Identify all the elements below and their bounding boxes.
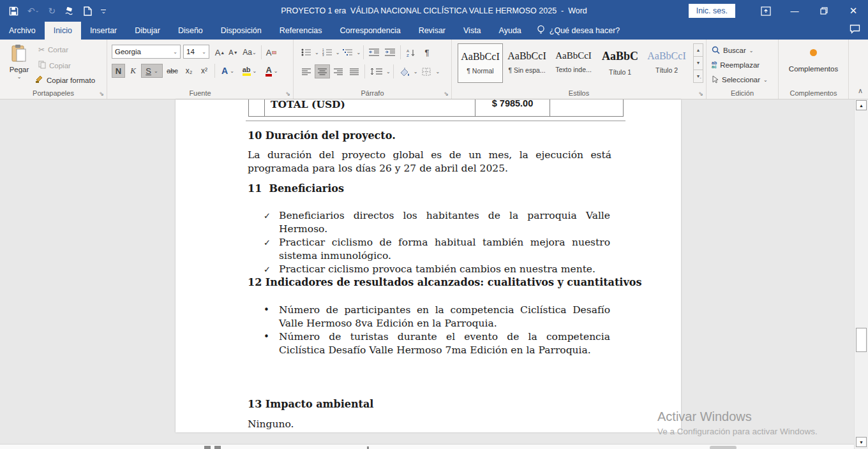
zoom-control[interactable] (710, 446, 737, 449)
style-texto-independiente[interactable]: AaBbCcI Texto inde... (551, 43, 596, 83)
borders-button[interactable] (418, 64, 435, 78)
select-button[interactable]: Seleccionar⌄ (712, 74, 768, 85)
bullets-button[interactable] (299, 45, 314, 59)
document-page[interactable]: TOTAL (USD) $ 7985.00 10 Duración del pr… (176, 99, 681, 432)
styles-gallery-scroll[interactable]: ▲ ▼ ▼̱ (693, 43, 703, 83)
ribbon-display-options-icon[interactable] (760, 0, 772, 22)
find-button[interactable]: Buscar⌄ (712, 45, 754, 56)
underline-button[interactable]: S⌄ (141, 64, 163, 78)
checklist-beneficiarios[interactable]: ✓Beneficiarios directos los habitantes d… (264, 209, 610, 276)
scroll-up-icon[interactable]: ▲ (856, 100, 867, 110)
redo-icon[interactable]: ↻ (48, 6, 56, 15)
undo-icon[interactable]: ↶⌄ (27, 6, 39, 15)
new-doc-icon[interactable] (84, 6, 92, 16)
styles-scroll-down-icon[interactable]: ▼ (694, 57, 703, 70)
tab-correspondencia[interactable]: Correspondencia (331, 22, 409, 40)
tab-revisar[interactable]: Revisar (410, 22, 454, 40)
collapse-ribbon-icon[interactable]: ∧ (858, 87, 863, 95)
style-sin-espaciado[interactable]: AaBbCcI ¶ Sin espa... (504, 43, 550, 83)
paste-button[interactable]: Pegar ⌄ (5, 44, 33, 80)
restore-button[interactable] (809, 0, 839, 22)
styles-dialog-launcher-icon[interactable]: ⇘ (698, 91, 703, 97)
italic-button[interactable]: K (126, 64, 140, 78)
clear-formatting-button[interactable]: A (264, 45, 279, 59)
line-spacing-button[interactable] (368, 64, 385, 78)
subscript-button[interactable]: x₂ (182, 64, 196, 78)
tab-referencias[interactable]: Referencias (271, 22, 331, 40)
strikethrough-button[interactable]: abc (164, 64, 181, 78)
sort-button[interactable]: AZ (403, 45, 419, 59)
decrease-indent-button[interactable] (366, 45, 382, 59)
shrink-font-button[interactable]: A▼ (227, 45, 240, 59)
tab-diseno[interactable]: Diseño (169, 22, 212, 40)
superscript-button[interactable]: x² (197, 64, 211, 78)
addins-button[interactable]: Complementos (779, 47, 848, 73)
table-cell-total-label[interactable]: TOTAL (USD) (265, 99, 475, 116)
tab-dibujar[interactable]: Dibujar (126, 22, 169, 40)
list-item[interactable]: ✓Beneficiarios directos los habitantes d… (264, 209, 610, 236)
list-item[interactable]: ✓Practicar ciclismo provoca también camb… (264, 263, 610, 276)
table-cell-blank-left[interactable] (249, 99, 265, 116)
customize-qat-icon[interactable]: ⌄ (101, 10, 106, 13)
heading-13[interactable]: 13 Impacto ambiental (248, 398, 373, 410)
styles-scroll-up-icon[interactable]: ▲ (694, 44, 703, 57)
align-left-button[interactable] (299, 64, 314, 78)
tab-archivo[interactable]: Archivo (0, 22, 45, 40)
save-icon[interactable] (9, 6, 19, 16)
align-center-button[interactable] (315, 64, 330, 78)
change-case-button[interactable]: Aa⌄ (240, 45, 259, 59)
paragraph-duracion[interactable]: La duración del proyecto global es de un… (248, 149, 611, 175)
tab-ayuda[interactable]: Ayuda (490, 22, 530, 40)
vertical-scrollbar[interactable]: ▲ ▼ (854, 99, 868, 449)
view-icon[interactable] (204, 446, 211, 449)
format-painter-button[interactable]: Copiar formato (35, 75, 95, 86)
align-right-button[interactable] (331, 64, 346, 78)
style-normal[interactable]: AaBbCcI ¶ Normal (458, 43, 503, 83)
numbering-button[interactable]: 123 (320, 45, 335, 59)
budget-table-row[interactable]: TOTAL (USD) $ 7985.00 (248, 99, 624, 117)
styles-gallery-expand-icon[interactable]: ▼̱ (694, 70, 703, 82)
replace-button[interactable]: abac Reemplazar (712, 59, 760, 71)
sign-in-button[interactable]: Inic. ses. (689, 4, 735, 18)
scrollbar-thumb[interactable] (856, 328, 867, 352)
tab-vista[interactable]: Vista (454, 22, 490, 40)
highlight-color-button[interactable]: ab⌄ (239, 64, 260, 78)
table-cell-total-amount[interactable]: $ 7985.00 (475, 99, 550, 116)
heading-10[interactable]: 10 Duración del proyecto. (248, 129, 396, 142)
style-titulo-1[interactable]: AaBbC Título 1 (597, 43, 643, 83)
paragraph-impacto[interactable]: Ninguno. (248, 418, 611, 431)
eraser-icon[interactable] (64, 6, 75, 15)
cut-button[interactable]: ✂ Cortar (38, 45, 68, 54)
list-item[interactable]: ✓Practicar ciclismo de forma habitual ta… (264, 236, 610, 263)
font-dialog-launcher-icon[interactable]: ⇘ (285, 91, 290, 97)
shading-button[interactable] (396, 64, 413, 78)
font-size-combo[interactable]: 14⌄ (183, 45, 209, 59)
increase-indent-button[interactable] (382, 45, 398, 59)
style-titulo-2[interactable]: AaBbCcI Título 2 (644, 43, 689, 83)
clipboard-dialog-launcher-icon[interactable]: ⇘ (99, 91, 104, 97)
bulletlist-indicadores[interactable]: •Número de participantes en la competenc… (264, 304, 610, 357)
view-icon[interactable] (214, 446, 221, 449)
font-family-combo[interactable]: Georgia⌄ (112, 45, 181, 59)
heading-11[interactable]: 11 Beneficiarios (248, 182, 344, 195)
copy-button[interactable]: Copiar (38, 60, 71, 71)
justify-button[interactable] (347, 64, 362, 78)
grow-font-button[interactable]: A▲ (213, 45, 227, 59)
font-color-button[interactable]: A⌄ (262, 64, 282, 78)
scroll-down-icon[interactable]: ▼ (856, 437, 867, 447)
show-paragraph-marks-button[interactable]: ¶ (419, 45, 435, 59)
list-item[interactable]: •Número de participantes en la competenc… (264, 304, 610, 330)
minimize-button[interactable]: — (780, 0, 809, 22)
multilevel-list-button[interactable] (340, 45, 355, 59)
tab-insertar[interactable]: Insertar (81, 22, 126, 40)
bold-button[interactable]: N (112, 64, 125, 78)
tell-me-box[interactable]: ¿Qué desea hacer? (530, 22, 627, 40)
list-item[interactable]: •Número de turistas durante el evento de… (264, 330, 610, 357)
comments-icon[interactable] (849, 24, 860, 36)
heading-12[interactable]: 12 Indicadores de resultados alcanzados:… (248, 276, 641, 288)
text-effects-button[interactable]: A⌄ (218, 64, 237, 78)
table-cell-blank-right[interactable] (550, 99, 623, 116)
tab-inicio[interactable]: Inicio (45, 22, 81, 40)
paragraph-dialog-launcher-icon[interactable]: ⇘ (444, 91, 449, 97)
tab-disposicion[interactable]: Disposición (212, 22, 271, 40)
